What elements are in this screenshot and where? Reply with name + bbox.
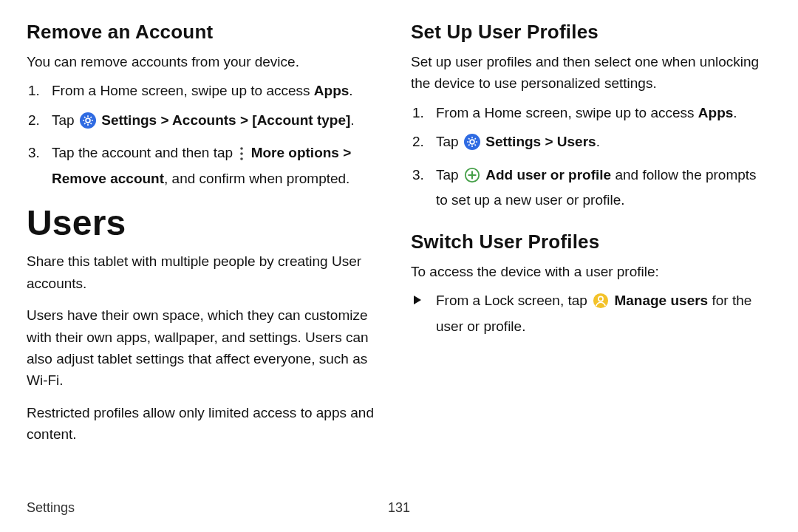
settings-gear-icon [464, 134, 480, 156]
add-user-label: Add user or profile [485, 167, 611, 183]
right-column: Set Up User Profiles Set up user profile… [411, 21, 771, 453]
users-paragraph-1: Share this tablet with multiple people b… [27, 250, 387, 294]
play-arrow-icon [412, 291, 423, 312]
manage-users-label: Manage users [614, 293, 708, 308]
setup-profiles-intro: Set up user profiles and then select one… [411, 51, 771, 95]
more-vertical-icon [238, 146, 245, 167]
setup-profiles-steps: From a Home screen, swipe up to access A… [411, 102, 771, 211]
remove-account-intro: You can remove accounts from your device… [27, 51, 387, 72]
step-text: From a Home screen, swipe up to access [52, 83, 314, 98]
settings-gear-icon [80, 112, 96, 134]
apps-label: Apps [314, 83, 349, 98]
step-text: . [349, 83, 352, 98]
settings-users-label: Settings > Users [485, 134, 596, 149]
step-text: . [733, 105, 737, 120]
step-text: Tap [52, 112, 78, 128]
setup-profiles-heading: Set Up User Profiles [411, 21, 771, 44]
user-circle-icon [593, 293, 609, 315]
step-text: Tap the account and then tap [52, 145, 236, 160]
left-column: Remove an Account You can remove account… [27, 21, 387, 453]
page-columns: Remove an Account You can remove account… [27, 21, 771, 453]
page-footer: Settings 131 [27, 500, 771, 516]
apps-label: Apps [698, 105, 734, 120]
setup-step-1: From a Home screen, swipe up to access A… [411, 102, 771, 123]
remove-account-heading: Remove an Account [27, 21, 387, 44]
switch-profiles-heading: Switch User Profiles [411, 231, 771, 253]
svg-point-3 [241, 153, 244, 156]
svg-point-2 [241, 148, 244, 151]
step-text: , and confirm when prompted. [164, 171, 349, 186]
svg-point-4 [241, 158, 244, 161]
switch-bullet-1: From a Lock screen, tap Manage users for… [411, 290, 771, 337]
users-paragraph-2: Users have their own space, which they c… [27, 304, 387, 392]
users-heading: Users [27, 202, 387, 243]
add-circle-icon [464, 167, 480, 189]
remove-step-2: Tap Settings > Accounts > [Account type]… [27, 109, 387, 134]
remove-account-steps: From a Home screen, swipe up to access A… [27, 80, 387, 189]
step-text: Tap [436, 167, 463, 183]
svg-point-5 [464, 134, 480, 150]
remove-step-1: From a Home screen, swipe up to access A… [27, 80, 387, 101]
setup-step-2: Tap Settings > Users. [411, 131, 771, 156]
step-text: Tap [436, 134, 463, 149]
footer-section-label: Settings [27, 500, 75, 515]
svg-point-0 [80, 112, 96, 129]
setup-step-3: Tap Add user or profile and follow the p… [411, 164, 771, 211]
switch-profiles-intro: To access the device with a user profile… [411, 261, 771, 282]
remove-step-3: Tap the account and then tap More option… [27, 142, 387, 189]
step-text: . [596, 134, 600, 149]
users-paragraph-3: Restricted profiles allow only limited a… [27, 402, 387, 446]
step-text: From a Home screen, swipe up to access [436, 105, 698, 120]
switch-profiles-list: From a Lock screen, tap Manage users for… [411, 290, 771, 337]
step-text: From a Lock screen, tap [436, 293, 591, 308]
footer-page-number: 131 [388, 500, 410, 516]
settings-path-label: Settings > Accounts > [Account type] [101, 112, 350, 128]
step-text: . [350, 112, 354, 128]
